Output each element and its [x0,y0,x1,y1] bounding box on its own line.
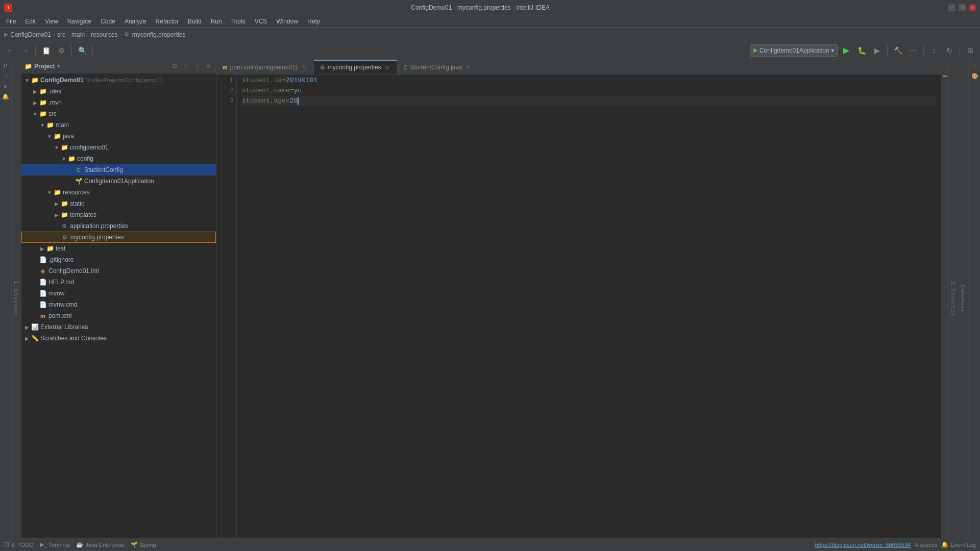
spring-button[interactable]: 🌱 Spring [131,541,156,548]
tree-gitignore[interactable]: 📄 .gitignore [21,254,216,265]
build-project-button[interactable]: 🔨 [891,44,904,57]
extlibs-icon: 📊 [31,323,39,331]
bookmarks-icon[interactable]: ☆ [1,71,10,81]
appprops-icon: ⚙ [60,222,68,230]
tree-iml[interactable]: ◉ ConfigDemo01.iml [21,265,216,277]
tree-configdemo01app[interactable]: 🌱 Configdemo01Application [21,176,216,187]
tree-src[interactable]: ▼ 📁 src [21,108,216,119]
close-panel-icon[interactable]: ✕ [204,62,213,71]
minimize-button[interactable]: — [948,4,955,11]
tree-studentconfig[interactable]: C StudentConfig [21,164,216,176]
nav-src[interactable]: src [57,31,65,38]
more-actions-button[interactable]: ⋯ [906,44,920,57]
nav-sep4: › [120,31,122,38]
menu-edit[interactable]: Edit [21,17,40,26]
tree-extlibs[interactable]: ▶ 📊 External Libraries [21,321,216,333]
back-button[interactable]: ← [3,44,16,57]
terminal-button[interactable]: ▶_ Terminal [40,541,70,548]
paint-icon[interactable]: 🎨 [970,71,979,81]
gear-icon[interactable]: ⋮ [181,62,190,71]
tab-studentconfig-close[interactable]: ✕ [464,64,472,71]
tree-appprops[interactable]: ⚙ application.properties [21,220,216,232]
tree-root[interactable]: ▼ 📁 ConfigDemo01 D:\IdeaProjects\ConfigD… [21,74,216,86]
nav-project[interactable]: ConfigDemo01 [10,31,51,38]
tree-java[interactable]: ▼ 📁 java [21,131,216,142]
terminal-button[interactable]: ⊞ [964,44,977,57]
nav-sep1: › [53,31,55,38]
structure-bar[interactable]: 1: Structure [11,59,21,538]
notifications-icon[interactable]: 🔔 [1,92,10,101]
expand-icon[interactable]: ↕ [192,62,202,71]
coverage-button[interactable]: ▶ [870,44,884,57]
todo-button[interactable]: ☑ 6: TODO [4,541,34,548]
debug-button[interactable]: 🐛 [855,44,868,57]
editor-area: m pom.xml (configdemo01) ✕ ⚙ myconfig.pr… [216,59,948,538]
tree-idea[interactable]: ▶ 📁 .idea [21,86,216,97]
search-everywhere-button[interactable]: 🔍 [76,44,89,57]
tree-scratches[interactable]: ▶ ✏️ Scratches and Consoles [21,333,216,344]
nav-file[interactable]: myconfig.properties [132,31,186,38]
menu-refactor[interactable]: Refactor [152,17,183,26]
settings-button[interactable]: ⚙ [55,44,68,57]
run-button[interactable]: ▶ [840,44,853,57]
bookmark-icon[interactable]: ☆ [970,61,979,70]
cog-settings-icon[interactable]: ⚙ [170,62,179,71]
menu-file[interactable]: File [2,17,20,26]
tab-studentconfig[interactable]: C StudentConfig.java ✕ [398,60,478,74]
close-button[interactable]: ✕ [969,4,976,11]
vcs-button[interactable]: ↕ [927,44,941,57]
tree-helpmd[interactable]: 📄 HELP.md [21,277,216,288]
tree-templates[interactable]: ▶ 📁 templates [21,209,216,220]
tree-mvnw[interactable]: 📄 mvnw [21,288,216,299]
menu-tools[interactable]: Tools [227,17,250,26]
tab-pom-close[interactable]: ✕ [300,64,307,71]
run-config-dropdown[interactable]: ▶ Configdemo01Application ▾ [750,44,838,57]
menu-build[interactable]: Build [184,17,206,26]
maximize-button[interactable]: □ [959,4,966,11]
database-bar[interactable]: Database [959,59,969,538]
menu-code[interactable]: Code [96,17,119,26]
window-controls: — □ ✕ [948,4,976,11]
recent-files-button[interactable]: 📋 [39,44,53,57]
menu-analyze[interactable]: Analyze [120,17,151,26]
code-val-3: 20 [290,96,298,106]
tree-myconfig[interactable]: ⚙ myconfig.properties [21,232,216,243]
run-config-label: Configdemo01Application ▾ [760,47,834,54]
tab-myconfig-close[interactable]: ✕ [384,64,391,71]
code-area[interactable]: student.id=20190101 student.name=yc stud… [237,74,941,538]
tree-resources[interactable]: ▼ 📁 resources [21,187,216,198]
tree-mvn[interactable]: ▶ 📁 .mvn [21,97,216,108]
line-num-3: 3 [216,96,233,106]
tree-static[interactable]: ▶ 📁 static [21,198,216,209]
tab-pom[interactable]: m pom.xml (configdemo01) ✕ [216,60,314,74]
tab-myconfig[interactable]: ⚙ myconfig.properties ✕ [314,60,398,74]
project-dropdown-arrow[interactable]: ▾ [57,63,60,69]
project-view-icon[interactable]: P [1,61,10,70]
menu-navigate[interactable]: Navigate [63,17,95,26]
menu-run[interactable]: Run [207,17,226,26]
favorites-bar[interactable]: 2: Favorites [948,59,959,538]
menu-view[interactable]: View [41,17,62,26]
nav-resources[interactable]: resources [91,31,118,38]
nav-sep3: › [87,31,89,38]
menu-vcs[interactable]: VCS [251,17,272,26]
editor-content[interactable]: 1 2 3 student.id=20190101 student.name=y… [216,74,948,538]
event-log-button[interactable]: 🔔 Event Log [941,541,976,548]
right-sidebar-icons: ☆ 🎨 [969,59,980,538]
forward-button[interactable]: → [18,44,32,57]
tree-main[interactable]: ▼ 📁 main [21,119,216,131]
tree-configdemo01[interactable]: ▼ 📁 configdemo01 [21,142,216,153]
menu-help[interactable]: Help [303,17,324,26]
tree-test[interactable]: ▶ 📁 test [21,243,216,254]
tree-config[interactable]: ▼ 📁 config [21,153,216,164]
nav-main[interactable]: main [71,31,85,38]
update-button[interactable]: ↻ [943,44,956,57]
menu-window[interactable]: Window [272,17,302,26]
toolbar-sep5 [923,45,924,56]
java-enterprise-button[interactable]: ☕ Java Enterprise [76,541,124,548]
tree-pomxml[interactable]: m pom.xml [21,310,216,321]
java-label: java [63,133,74,140]
structure-view-icon[interactable]: ≡ [1,82,10,91]
tree-mvnwcmd[interactable]: 📄 mvnw.cmd [21,299,216,310]
status-link[interactable]: https://blog.csdn.net/weixm_50659534 [815,542,911,548]
